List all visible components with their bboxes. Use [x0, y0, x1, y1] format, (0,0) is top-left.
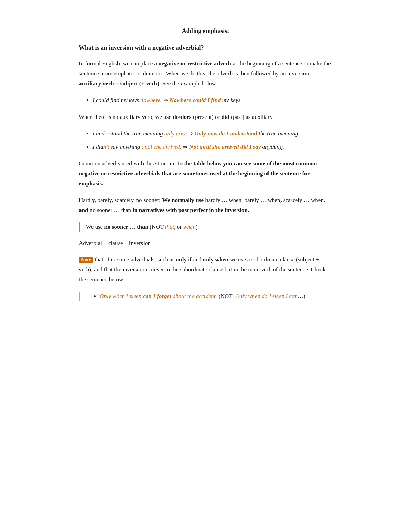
bullet3-orange-n: n't	[103, 144, 109, 150]
final-bullet-list: Only when I sleep can I forget about the…	[100, 292, 332, 301]
note-bold1: only if	[176, 256, 192, 263]
page-title: Adding emphasis:	[79, 27, 332, 35]
bullet2-orange2: Only now	[194, 130, 217, 137]
blockquote-strike2: when	[183, 224, 196, 230]
paragraph-2: When there is no auxiliary verb, we use …	[79, 112, 332, 122]
bullet1-orange: nowhere.	[140, 97, 162, 103]
para2-mid: (present) or	[191, 114, 221, 120]
para2-bold: do/does	[173, 114, 191, 120]
para2-end: (past) as auxiliary.	[229, 114, 274, 120]
final-bullet-not: (NOT:	[217, 293, 235, 299]
paragraph-1: In formal English, we can place a negati…	[79, 59, 332, 89]
bullet1-bold-orange: could I find	[191, 97, 221, 103]
bullet3-pre: I did	[92, 144, 103, 150]
para2-pre: When there is no auxiliary verb, we use	[79, 114, 173, 120]
final-bullet-mid: about the accident.	[171, 293, 217, 299]
final-bullet-bold-orange: can I forget	[143, 293, 171, 299]
note-para: Note that after some adverbials, such as…	[79, 255, 332, 285]
hardly-pre: Hardly, barely, scarcely, no sooner:	[79, 197, 162, 203]
common-adverbs-para: Common adverbs used with this structure …	[79, 159, 332, 189]
bullet1-arrow: ⇒	[162, 97, 170, 103]
blockquote-end: )	[196, 224, 198, 230]
bullet1-pre: I could find my keys	[92, 97, 140, 103]
note-bold2: only when	[203, 256, 228, 263]
blockquote-mid: (NOT	[148, 224, 165, 230]
bullet3-arrow: ⇒	[182, 144, 189, 150]
bullet-item-3: I didn't say anything until she arrived.…	[92, 142, 332, 152]
para1-bold: negative or restrictive adverb	[158, 60, 231, 67]
bullet3-orange: until she arrived.	[141, 144, 182, 150]
hardly-para: Hardly, barely, scarcely, no sooner: We …	[79, 196, 332, 215]
para2-bold2: did	[221, 114, 229, 120]
final-blockquote: Only when I sleep can I forget about the…	[79, 292, 332, 301]
common-underline: Common adverbs used with this structure	[79, 160, 177, 167]
blockquote-text: We use no sooner … than (NOT that, or wh…	[86, 222, 332, 232]
adverbial-line: Adverbial + clause + inversion	[79, 238, 332, 248]
bullet2-post: the true meaning.	[257, 130, 300, 137]
final-bullet-end: …)	[298, 293, 306, 299]
page-container: Adding emphasis: What is an inversion wi…	[58, 0, 353, 338]
blockquote-bar: We use no sooner … than (NOT that, or wh…	[79, 222, 332, 232]
bullet3-orange2: Not until she arrived	[189, 144, 239, 150]
blockquote-or: , or	[174, 224, 183, 230]
bullet3-post: anything.	[261, 144, 284, 150]
note-badge: Note	[79, 257, 93, 263]
bullet2-pre: I understand the true meaning	[92, 130, 164, 137]
bullet-item-1: I could find my keys nowhere. ⇒ Nowhere …	[92, 96, 332, 106]
hardly-bold-end: in narratives with past perfect in the i…	[133, 207, 249, 213]
final-bullet-pre: Only when I sleep	[100, 293, 143, 299]
bullet3-bold-orange: did I say	[239, 144, 261, 150]
bullet-list-2: I understand the true meaning only now. …	[92, 129, 332, 152]
bullet-list-1: I could find my keys nowhere. ⇒ Nowhere …	[92, 96, 332, 106]
final-bullet-strike: Only when do I sleep I can	[235, 293, 298, 299]
para1-end: . See the example below:	[159, 80, 217, 87]
bullet2-orange: only now.	[164, 130, 187, 137]
hardly-comma: ,	[280, 197, 282, 203]
bullet2-arrow: ⇒	[187, 130, 195, 137]
note-text: that after some adverbials, such as	[93, 256, 176, 263]
para1-bold2: auxiliary verb + subject (+ verb)	[79, 80, 159, 87]
blockquote-pre: We use	[86, 224, 104, 230]
bullet1-post: my keys.	[221, 97, 242, 103]
blockquote-bold: no sooner … than	[104, 224, 148, 230]
final-bullet-item: Only when I sleep can I forget about the…	[100, 292, 332, 301]
hardly-bold: We normally use	[162, 197, 204, 203]
bullet-item-2: I understand the true meaning only now. …	[92, 129, 332, 139]
note-and: and	[192, 256, 203, 263]
bullet2-bold-orange: do I understand	[217, 130, 257, 137]
bullet1-orange2: Nowhere	[170, 97, 191, 103]
para1-text: In formal English, we can place a	[79, 60, 158, 67]
section-heading: What is an inversion with a negative adv…	[79, 44, 332, 51]
bullet3-mid: say anything	[109, 144, 142, 150]
blockquote-strike: that	[165, 224, 174, 230]
hardly-mid: hardly … when, barely … when	[204, 197, 280, 203]
